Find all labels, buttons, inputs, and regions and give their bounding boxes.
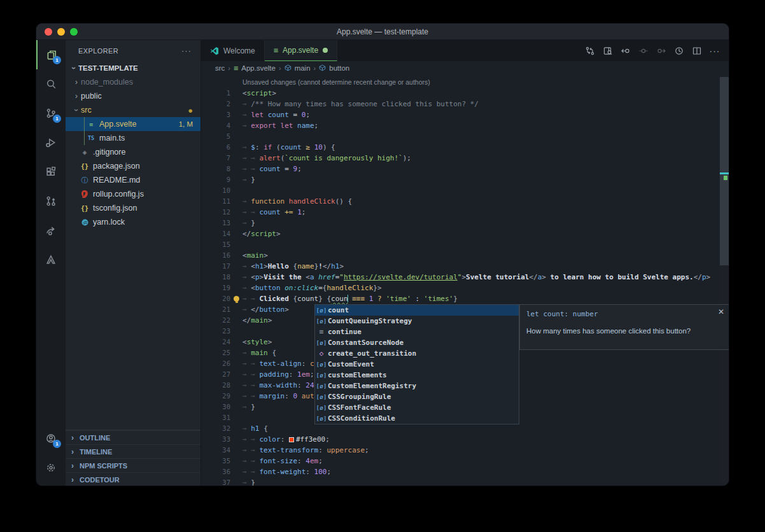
settings-gear-icon[interactable] bbox=[36, 453, 66, 482]
symbol-variable-icon: [ø] bbox=[315, 382, 328, 389]
code-line-12[interactable]: 12→ → count += 1; bbox=[201, 207, 720, 218]
code-line-9[interactable]: 9→ } bbox=[201, 174, 720, 185]
suggest-item-CSSFontFaceRule[interactable]: [ø]CSSFontFaceRule bbox=[315, 402, 519, 413]
azure-icon[interactable] bbox=[36, 245, 66, 274]
code-line-4[interactable]: 4→ export let name; bbox=[201, 120, 720, 131]
breadcrumb-src[interactable]: src bbox=[215, 64, 225, 72]
unsaved-dot-icon[interactable] bbox=[323, 48, 328, 53]
accounts-icon[interactable]: 1 bbox=[36, 424, 66, 453]
close-window-button[interactable] bbox=[45, 28, 52, 36]
tab-app-svelte[interactable]: ≡ App.svelte bbox=[265, 40, 337, 61]
minimize-window-button[interactable] bbox=[57, 28, 65, 36]
timeline-clock-icon[interactable] bbox=[671, 43, 687, 59]
scrollbar-slider[interactable] bbox=[720, 77, 729, 265]
tree-root[interactable]: › TEST-TEMPLATE bbox=[66, 61, 200, 75]
suggest-item-count[interactable]: [ø]count bbox=[315, 305, 519, 316]
tree-item-public[interactable]: ›public bbox=[66, 89, 200, 103]
split-editor-icon[interactable] bbox=[689, 43, 705, 59]
code-line-15[interactable]: 15 bbox=[201, 239, 720, 250]
source-control-badge: 1 bbox=[53, 115, 61, 123]
readme-info-icon: ⓘ bbox=[80, 176, 90, 185]
source-control-icon[interactable]: 1 bbox=[36, 99, 66, 128]
breadcrumb-file[interactable]: App.svelte bbox=[241, 64, 276, 72]
suggest-item-CountQueuingStrategy[interactable]: [ø]CountQueuingStrategy bbox=[315, 316, 519, 326]
open-preview-icon[interactable] bbox=[600, 43, 615, 59]
tree-item-main-ts[interactable]: TSmain.ts bbox=[66, 131, 200, 145]
zoom-window-button[interactable] bbox=[70, 28, 78, 36]
panel-timeline[interactable]: ›TIMELINE bbox=[66, 444, 200, 458]
code-line-3[interactable]: 3→ let count = 0; bbox=[201, 109, 720, 120]
code-line-10[interactable]: 10 bbox=[201, 185, 720, 196]
code-line-19[interactable]: 19→ <button on:click={handleClick}> bbox=[201, 283, 720, 293]
go-back-icon[interactable] bbox=[618, 43, 633, 59]
breadcrumb-main[interactable]: main bbox=[295, 64, 311, 72]
color-swatch[interactable] bbox=[289, 437, 294, 442]
line-number: 2 bbox=[201, 99, 230, 109]
code-area[interactable]: Unsaved changes (cannot determine recent… bbox=[201, 75, 720, 486]
tree-item-node-modules[interactable]: ›node_modules bbox=[66, 75, 200, 89]
tree-item-rollup-config-js[interactable]: rollup.config.js bbox=[66, 187, 200, 201]
panel-codetour[interactable]: ›CODETOUR bbox=[66, 472, 200, 486]
suggest-item-CSSConditionRule[interactable]: [ø]CSSConditionRule bbox=[315, 413, 519, 424]
line-number: 29 bbox=[201, 391, 230, 402]
live-share-icon[interactable] bbox=[36, 216, 66, 245]
code-line-6[interactable]: 6→ $: if (count ≥ 10) { bbox=[201, 142, 720, 153]
indent-guide bbox=[84, 131, 85, 145]
more-actions-icon[interactable]: ··· bbox=[707, 43, 722, 59]
suggest-item-continue[interactable]: ≡continue bbox=[315, 326, 519, 337]
code-line-11[interactable]: 11→ function handleClick() { bbox=[201, 196, 720, 207]
panel-npm-scripts[interactable]: ›NPM SCRIPTS bbox=[66, 458, 200, 472]
code-line-14[interactable]: 14</script> bbox=[201, 228, 720, 239]
code-line-17[interactable]: 17→ <h1>Hello {name}!</h1> bbox=[201, 261, 720, 272]
chevron-right-icon: › bbox=[72, 78, 81, 87]
code-line-16[interactable]: 16<main> bbox=[201, 250, 720, 261]
breadcrumb[interactable]: src › ≡ App.svelte › main › button bbox=[201, 61, 729, 75]
tab-welcome[interactable]: Welcome bbox=[201, 40, 265, 61]
search-icon[interactable] bbox=[36, 69, 66, 99]
symbol-variable-icon: [ø] bbox=[315, 307, 328, 314]
suggest-item-CustomElementRegistry[interactable]: [ø]CustomElementRegistry bbox=[315, 381, 519, 391]
code-line-1[interactable]: 1<script> bbox=[201, 88, 720, 99]
suggest-item-create_out_transition[interactable]: ◇create_out_transition bbox=[315, 348, 519, 359]
tree-item-package-json[interactable]: {}package.json bbox=[66, 159, 200, 173]
tree-item-app-svelte[interactable]: ≡App.svelte1, M bbox=[66, 117, 200, 131]
titlebar[interactable]: App.svelte — test-template bbox=[36, 24, 729, 40]
suggest-item-ConstantSourceNode[interactable]: [ø]ConstantSourceNode bbox=[315, 337, 519, 348]
suggest-item-CustomEvent[interactable]: [ø]CustomEvent bbox=[315, 359, 519, 370]
suggest-item-CSSGroupingRule[interactable]: [ø]CSSGroupingRule bbox=[315, 391, 519, 402]
code-line-5[interactable]: 5 bbox=[201, 131, 720, 142]
breadcrumb-button[interactable]: button bbox=[329, 64, 349, 72]
code-line-34[interactable]: 34→ → text-transform: uppercase; bbox=[201, 445, 720, 456]
code-line-33[interactable]: 33→ → color: #ff3e00; bbox=[201, 434, 720, 445]
run-debug-icon[interactable] bbox=[36, 128, 66, 157]
suggest-item-customElements[interactable]: [ø]customElements bbox=[315, 370, 519, 381]
tree-item--gitignore[interactable]: ◈.gitignore bbox=[66, 145, 200, 159]
code-line-8[interactable]: 8→ → count = 9; bbox=[201, 164, 720, 174]
code-line-35[interactable]: 35→ → font-size: 4em; bbox=[201, 456, 720, 466]
code-line-32[interactable]: 32→ h1 { bbox=[201, 423, 720, 434]
chevron-down-icon: › bbox=[72, 106, 81, 115]
close-icon[interactable]: ✕ bbox=[718, 307, 724, 316]
lightbulb-icon[interactable] bbox=[234, 296, 239, 302]
explorer-icon[interactable]: 1 bbox=[36, 40, 66, 69]
tree-item-src[interactable]: ›src● bbox=[66, 103, 200, 117]
code-line-13[interactable]: 13→ } bbox=[201, 218, 720, 228]
code-line-18[interactable]: 18→ <p>Visit the <a href="https://svelte… bbox=[201, 272, 720, 283]
explorer-more-actions-icon[interactable]: ··· bbox=[181, 46, 192, 55]
code-line-7[interactable]: 7→ → alert(`count is dangerously high!`)… bbox=[201, 153, 720, 164]
code-line-2[interactable]: 2→ /** How many times has someone clicke… bbox=[201, 99, 720, 109]
extensions-icon[interactable] bbox=[36, 157, 66, 186]
open-changes-icon[interactable] bbox=[582, 43, 598, 59]
panel-outline[interactable]: ›OUTLINE bbox=[66, 430, 200, 444]
code-line-20[interactable]: 20→ → Clicked {count} {coun ≡≡≡ 1 ? 'tim… bbox=[201, 293, 720, 304]
codelens-gitlens[interactable]: Unsaved changes (cannot determine recent… bbox=[201, 77, 720, 88]
tree-item-yarn-lock[interactable]: yarn.lock bbox=[66, 215, 200, 229]
indent-guide bbox=[84, 117, 85, 131]
editor-scrollbar[interactable] bbox=[720, 75, 729, 486]
tree-item-tsconfig-json[interactable]: {}tsconfig.json bbox=[66, 201, 200, 215]
tree-item-readme-md[interactable]: ⓘREADME.md bbox=[66, 173, 200, 187]
code-line-36[interactable]: 36→ → font-weight: 100; bbox=[201, 466, 720, 477]
code-line-37[interactable]: 37→ } bbox=[201, 477, 720, 486]
git-file-icon: ◈ bbox=[80, 148, 90, 157]
github-pull-requests-icon[interactable] bbox=[36, 186, 66, 216]
